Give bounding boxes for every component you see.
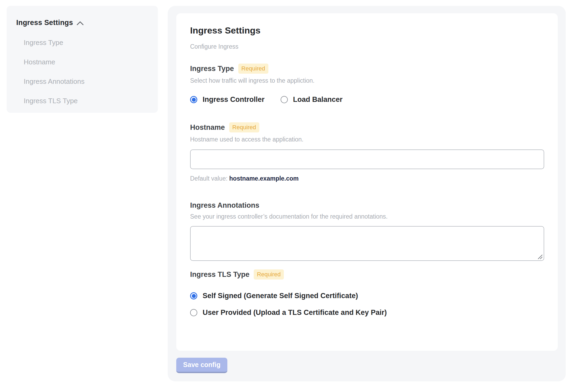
sidebar-item-ingress-type[interactable]: Ingress Type (16, 39, 148, 47)
page-title: Ingress Settings (190, 25, 544, 36)
sidebar-section-title: Ingress Settings (16, 19, 73, 27)
section-hostname: Hostname Required Hostname used to acces… (190, 122, 544, 182)
radio-label: Ingress Controller (203, 95, 265, 104)
required-badge: Required (254, 269, 284, 280)
ingress-tls-radio-group: Self Signed (Generate Self Signed Certif… (190, 292, 544, 317)
radio-option-self-signed[interactable]: Self Signed (Generate Self Signed Certif… (190, 292, 544, 300)
sidebar-item-hostname[interactable]: Hostname (16, 58, 148, 66)
hostname-input[interactable] (190, 149, 544, 169)
hostname-label: Hostname (190, 123, 225, 132)
hostname-description: Hostname used to access the application. (190, 136, 544, 143)
ingress-annotations-textarea[interactable] (190, 226, 544, 261)
ingress-settings-card: Ingress Settings Configure Ingress Ingre… (176, 13, 558, 351)
radio-option-load-balancer[interactable]: Load Balancer (281, 95, 343, 104)
sidebar-item-ingress-annotations[interactable]: Ingress Annotations (16, 77, 148, 86)
required-badge: Required (229, 122, 259, 132)
ingress-tls-type-label: Ingress TLS Type (190, 270, 249, 279)
sidebar-nav: Ingress Type Hostname Ingress Annotation… (16, 39, 148, 105)
page-subtitle: Configure Ingress (190, 43, 544, 50)
radio-label: Load Balancer (293, 95, 343, 104)
required-badge: Required (238, 64, 268, 74)
radio-load-balancer[interactable] (281, 96, 288, 103)
radio-user-provided[interactable] (190, 309, 197, 316)
ingress-annotations-description: See your ingress controller’s documentat… (190, 213, 544, 220)
radio-ingress-controller[interactable] (190, 96, 197, 103)
resize-grip-icon[interactable] (537, 254, 543, 260)
chevron-up-icon (77, 21, 84, 25)
hostname-default-line: Default value: hostname.example.com (190, 175, 544, 182)
default-value-prefix: Default value: (190, 175, 228, 182)
ingress-annotations-label: Ingress Annotations (190, 201, 259, 210)
ingress-settings-sidebar: Ingress Settings Ingress Type Hostname I… (7, 6, 158, 113)
radio-self-signed[interactable] (190, 292, 197, 299)
section-ingress-type: Ingress Type Required Select how traffic… (190, 64, 544, 104)
ingress-settings-panel: Ingress Settings Configure Ingress Ingre… (168, 6, 566, 381)
section-ingress-annotations: Ingress Annotations See your ingress con… (190, 201, 544, 261)
ingress-type-radio-group: Ingress Controller Load Balancer (190, 95, 544, 104)
radio-label: User Provided (Upload a TLS Certificate … (203, 308, 387, 317)
ingress-type-description: Select how traffic will ingress to the a… (190, 77, 544, 84)
radio-option-user-provided[interactable]: User Provided (Upload a TLS Certificate … (190, 308, 544, 317)
sidebar-item-ingress-tls-type[interactable]: Ingress TLS Type (16, 97, 148, 105)
radio-option-ingress-controller[interactable]: Ingress Controller (190, 95, 265, 104)
ingress-type-label: Ingress Type (190, 65, 234, 73)
radio-label: Self Signed (Generate Self Signed Certif… (203, 292, 358, 300)
save-config-button[interactable]: Save config (176, 358, 227, 373)
sidebar-section-toggle[interactable]: Ingress Settings (16, 19, 148, 27)
default-value-text: hostname.example.com (229, 175, 299, 182)
section-ingress-tls-type: Ingress TLS Type Required Self Signed (G… (190, 269, 544, 317)
